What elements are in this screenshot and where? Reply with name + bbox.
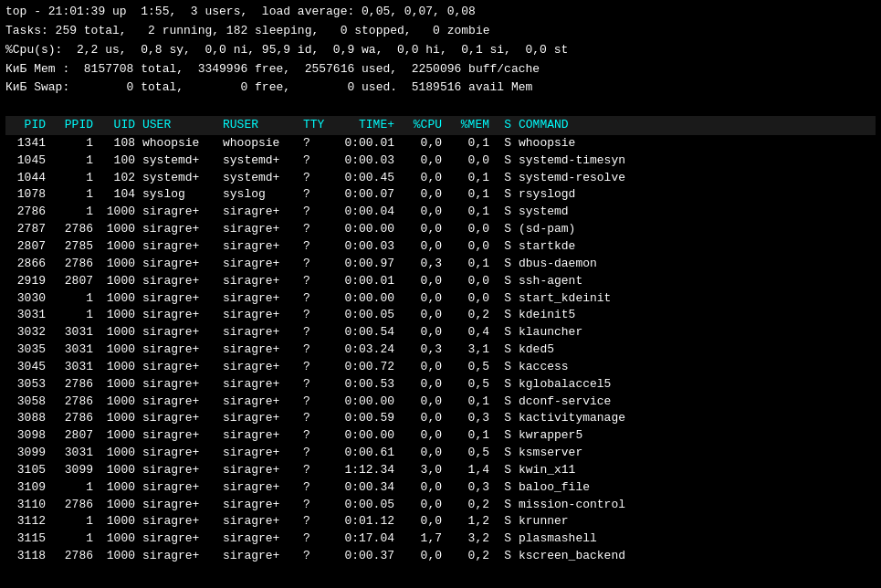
- cell: 1000: [97, 359, 139, 376]
- cell: 0,5: [446, 359, 493, 376]
- cell: ?: [299, 341, 332, 359]
- cell: 1: [49, 530, 97, 548]
- cell: siragre+: [139, 256, 219, 273]
- cell: 1: [49, 135, 97, 152]
- cell: siragre+: [139, 394, 219, 411]
- table-row: 309930311000siragre+siragre+?0:00.610,00…: [5, 445, 876, 462]
- cell: 0,1: [446, 170, 493, 187]
- table-row: 303011000siragre+siragre+?0:00.000,00,0S…: [5, 290, 876, 308]
- cell: 1: [49, 479, 97, 497]
- cell: 0:00.00: [332, 427, 398, 445]
- cell: 2786: [49, 548, 97, 565]
- cell: 0,0: [398, 204, 446, 221]
- cell: 1000: [97, 479, 139, 497]
- col-header-s: S: [493, 116, 515, 135]
- cell: 1000: [97, 290, 139, 308]
- cell: ?: [299, 170, 332, 187]
- cell: kded5: [515, 341, 876, 359]
- cell: 1000: [97, 221, 139, 238]
- cell: 0:00.03: [332, 152, 398, 170]
- cell: 102: [97, 170, 139, 187]
- cell: ?: [299, 530, 332, 548]
- cell: start_kdeinit: [515, 290, 876, 308]
- cell: ?: [299, 186, 332, 204]
- cell: siragre+: [219, 221, 299, 238]
- cell: ?: [299, 135, 332, 152]
- cell: 0,0: [398, 186, 446, 204]
- col-header-mem: %MEM: [446, 116, 493, 135]
- cell: siragre+: [219, 324, 299, 341]
- cell: S: [493, 273, 515, 290]
- cell: S: [493, 376, 515, 394]
- cell: siragre+: [219, 256, 299, 273]
- cell: 1000: [97, 410, 139, 427]
- cell: 1000: [97, 497, 139, 514]
- cell: 3031: [49, 341, 97, 359]
- col-header-ppid: PPID: [49, 116, 97, 135]
- col-header-command: COMMAND: [515, 116, 876, 135]
- cell: siragre+: [219, 238, 299, 256]
- cell: systemd+: [139, 170, 219, 187]
- cell: klauncher: [515, 324, 876, 341]
- cell: 0:03.24: [332, 341, 398, 359]
- top-info-block: top - 21:01:39 up 1:55, 3 users, load av…: [5, 4, 876, 97]
- cell: 0:01.12: [332, 513, 398, 530]
- cell: siragre+: [139, 445, 219, 462]
- table-row: 286627861000siragre+siragre+?0:00.970,30…: [5, 256, 876, 273]
- cell: siragre+: [219, 479, 299, 497]
- cell: S: [493, 170, 515, 187]
- cell: 0:00.59: [332, 410, 398, 427]
- cell: 0,3: [446, 479, 493, 497]
- cell: 0,0: [398, 324, 446, 341]
- cell: 0,0: [446, 221, 493, 238]
- cell: ?: [299, 462, 332, 479]
- cell: 2786: [49, 376, 97, 394]
- col-header-time: TIME+: [332, 116, 398, 135]
- col-header-pid: PID: [5, 116, 49, 135]
- cell: 1000: [97, 513, 139, 530]
- cell: 3109: [5, 479, 49, 497]
- cell: 0:00.72: [332, 359, 398, 376]
- cell: 0,0: [398, 152, 446, 170]
- cell: 0:00.00: [332, 290, 398, 308]
- cell: 0:00.00: [332, 221, 398, 238]
- cell: 1000: [97, 427, 139, 445]
- table-row: 311827861000siragre+siragre+?0:00.370,00…: [5, 548, 876, 565]
- cell: 2786: [5, 204, 49, 221]
- cell: ?: [299, 290, 332, 308]
- cell: siragre+: [219, 204, 299, 221]
- cell: S: [493, 152, 515, 170]
- cell: 2786: [49, 221, 97, 238]
- col-header-ruser: RUSER: [219, 116, 299, 135]
- cell: 104: [97, 186, 139, 204]
- cell: S: [493, 497, 515, 514]
- cell: siragre+: [139, 273, 219, 290]
- cell: 0:00.04: [332, 204, 398, 221]
- cell: S: [493, 479, 515, 497]
- cell: 1: [49, 152, 97, 170]
- cell: 1: [49, 204, 97, 221]
- cell: siragre+: [219, 427, 299, 445]
- cell: S: [493, 445, 515, 462]
- cell: S: [493, 530, 515, 548]
- cell: ?: [299, 479, 332, 497]
- cell: systemd+: [219, 170, 299, 187]
- cell: 1000: [97, 445, 139, 462]
- cell: 1000: [97, 376, 139, 394]
- cell: 3030: [5, 290, 49, 308]
- cell: systemd: [515, 204, 876, 221]
- cell: ?: [299, 548, 332, 565]
- cell: 0,0: [398, 273, 446, 290]
- cell: 1000: [97, 238, 139, 256]
- table-row: 309828071000siragre+siragre+?0:00.000,00…: [5, 427, 876, 445]
- top-line-4: КиБ Mem : 8157708 total, 3349996 free, 2…: [5, 61, 876, 79]
- cell: systemd-resolve: [515, 170, 876, 187]
- cell: siragre+: [219, 497, 299, 514]
- cell: 0:00.01: [332, 273, 398, 290]
- cell: 2807: [5, 238, 49, 256]
- col-header-tty: TTY: [299, 116, 332, 135]
- cell: 1000: [97, 341, 139, 359]
- cell: 2786: [49, 497, 97, 514]
- cell: S: [493, 204, 515, 221]
- cell: 3031: [49, 324, 97, 341]
